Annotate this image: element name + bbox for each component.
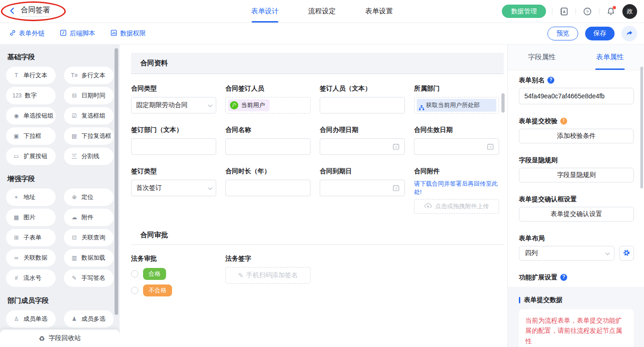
field-type-pill[interactable]: ☑ 复选框组	[64, 107, 114, 125]
field-sign-type[interactable]: 签订类型 首次签订	[131, 167, 216, 196]
field-type-pill[interactable]: ⌖ 地址	[6, 188, 56, 206]
field-type-label: 复选框组	[81, 112, 105, 120]
tab-field-properties[interactable]: 字段属性	[508, 45, 576, 70]
form-alias-input[interactable]	[519, 88, 634, 104]
current-user-tag[interactable]: 户 当前用户	[228, 99, 270, 111]
canvas-scrollbar[interactable]	[501, 93, 505, 113]
field-contract-signer[interactable]: 合同签订人员 户 当前用户	[225, 84, 310, 114]
field-type-pill[interactable]: ⊕ 定位	[64, 188, 114, 206]
effective-date-picker[interactable]: 7	[414, 138, 499, 155]
field-type-pill[interactable]: ⊡ 关联查询	[64, 229, 114, 246]
form-external-link-button[interactable]: 表单外链	[9, 29, 45, 38]
tab-flow-setting[interactable]: 流程设定	[308, 0, 336, 23]
panel-scrollbar[interactable]	[640, 67, 643, 188]
field-type-icon: ⊕	[70, 194, 78, 200]
signature-box[interactable]: ✎ 手机扫码添加签名	[225, 267, 310, 284]
tab-form-design[interactable]: 表单设计	[251, 0, 279, 23]
address-book-icon[interactable]: A	[558, 6, 569, 17]
field-legal-review[interactable]: 法务审批 合格 不合格	[131, 254, 216, 296]
upload-label: 点击或拖拽附件上传	[435, 202, 489, 210]
calendar-icon: 7	[392, 143, 400, 150]
field-type-pill[interactable]: ♟ 成员多选	[64, 310, 114, 328]
layout-select[interactable]: 四列	[519, 246, 615, 261]
contract-type-select[interactable]: 固定期限劳动合同	[131, 97, 216, 114]
back-button[interactable]	[8, 7, 16, 16]
radio-button[interactable]	[131, 287, 138, 294]
field-type-label: 分割线	[81, 152, 99, 160]
signature-placeholder: 手机扫码添加签名	[246, 271, 298, 279]
sidebar-scrollbar[interactable]	[115, 48, 118, 315]
tab-form-setting[interactable]: 表单设置	[365, 0, 393, 23]
field-type-pill[interactable]: ⊟ 日期时间	[64, 87, 114, 104]
bell-icon[interactable]	[605, 6, 616, 17]
field-type-pill[interactable]: ✎ 手写签名	[64, 269, 114, 287]
contract-name-input-box[interactable]	[225, 138, 310, 155]
warning-badge-icon[interactable]: !	[560, 118, 567, 125]
field-type-pill[interactable]: ☁ 附件	[64, 209, 114, 226]
field-recycle-bin[interactable]: ♻ 字段回收站	[0, 330, 120, 347]
field-contract-name[interactable]: 合同名称	[225, 125, 310, 155]
field-type-icon: ⊟	[70, 93, 78, 98]
radio-button[interactable]	[131, 270, 138, 278]
field-legal-sign[interactable]: 法务签字 ✎ 手机扫码添加签名	[225, 254, 310, 284]
field-type-pill[interactable]: ▣ 下拉框	[6, 127, 56, 145]
preview-button[interactable]: 预览	[547, 27, 578, 40]
field-type-pill[interactable]: ▭ 扩展按钮	[6, 148, 56, 165]
field-expire-date[interactable]: 合同到期日 7	[320, 167, 405, 196]
field-attachment[interactable]: 合同附件 请下载合同并签署后再回传至此处! 点击或拖拽附件上传	[414, 167, 499, 214]
visibility-rules-button[interactable]: 字段显隐规则	[519, 168, 634, 182]
avatar[interactable]: 政	[622, 4, 637, 19]
help-badge-icon[interactable]: ?	[547, 77, 554, 84]
attachment-upload-button[interactable]: 点击或拖拽附件上传	[414, 199, 499, 214]
expire-date-picker[interactable]: 7	[320, 180, 405, 196]
field-signer-text[interactable]: 签订人员（文本）	[320, 84, 405, 114]
backend-script-button[interactable]: 后端脚本	[60, 29, 95, 38]
add-validation-button[interactable]: 添加校验条件	[519, 129, 634, 143]
help-badge-icon[interactable]: ?	[560, 274, 567, 281]
field-type-pill[interactable]: ▥ 数据加载	[64, 249, 114, 267]
data-permission-button[interactable]: 数据权限	[110, 29, 146, 38]
duration-input[interactable]	[230, 184, 305, 192]
sign-dept-input-box[interactable]	[131, 138, 216, 155]
field-type-pill[interactable]: ∞ 关联数据	[6, 249, 56, 267]
signer-text-input-box[interactable]	[320, 97, 405, 114]
share-button[interactable]	[621, 26, 637, 41]
field-type-pill[interactable]: T 单行文本	[6, 67, 56, 84]
help-icon[interactable]: ?	[582, 6, 593, 17]
field-type-pill[interactable]: ▤ 下拉复选框	[64, 127, 114, 145]
field-type-pill[interactable]: T≡ 多行文本	[64, 67, 114, 84]
sign-dept-input[interactable]	[136, 143, 211, 150]
section-contract-approval[interactable]: 合同审批	[131, 226, 504, 245]
layout-settings-button[interactable]	[619, 246, 634, 261]
field-label: 合同时长（年）	[225, 167, 310, 176]
field-type-pill[interactable]: ◉ 单选按钮组	[6, 107, 56, 125]
field-type-label: 单行文本	[23, 71, 47, 80]
confirm-box-button[interactable]: 表单提交确认设置	[519, 207, 634, 222]
field-type-pill[interactable]: # 流水号	[6, 269, 56, 287]
sign-type-select[interactable]: 首次签订	[131, 180, 216, 196]
field-type-pill[interactable]: 三 分割线	[64, 148, 114, 165]
field-duration[interactable]: 合同时长（年）	[225, 167, 310, 196]
handle-date-picker[interactable]: 7	[320, 138, 405, 155]
field-label: 签订人员（文本）	[320, 84, 405, 93]
contract-signer-box[interactable]: 户 当前用户	[225, 97, 310, 114]
department-box[interactable]: 获取当前用户所处部	[414, 97, 499, 114]
duration-input-box[interactable]	[225, 180, 310, 196]
field-sign-dept-text[interactable]: 签订部门（文本）	[131, 125, 216, 155]
field-type-pill[interactable]: ⊞ 子表单	[6, 229, 56, 246]
body: 基础字段 T 单行文本 T≡ 多行文本 123 数字	[0, 45, 644, 347]
field-type-pill[interactable]: 123 数字	[6, 87, 56, 104]
field-type-pill[interactable]: ♙ 成员单选	[6, 310, 56, 328]
field-contract-type[interactable]: 合同类型 固定期限劳动合同	[131, 84, 216, 114]
tab-form-properties[interactable]: 表单属性	[576, 45, 644, 70]
signer-text-input[interactable]	[325, 102, 400, 109]
field-department[interactable]: 所属部门 获取当前用户所处部	[414, 84, 499, 114]
contract-name-input[interactable]	[230, 143, 305, 150]
section-contract-info[interactable]: 合同资料	[131, 53, 504, 74]
current-department-tag[interactable]: 获取当前用户所处部	[417, 99, 496, 112]
save-button[interactable]: 保存	[585, 27, 615, 40]
field-effective-date[interactable]: 合同生效日期 7	[414, 125, 499, 155]
field-type-pill[interactable]: ▦ 图片	[6, 209, 56, 226]
data-manage-button[interactable]: 数据管理	[502, 5, 546, 18]
field-handle-date[interactable]: 合同办理日期 7	[320, 125, 405, 155]
